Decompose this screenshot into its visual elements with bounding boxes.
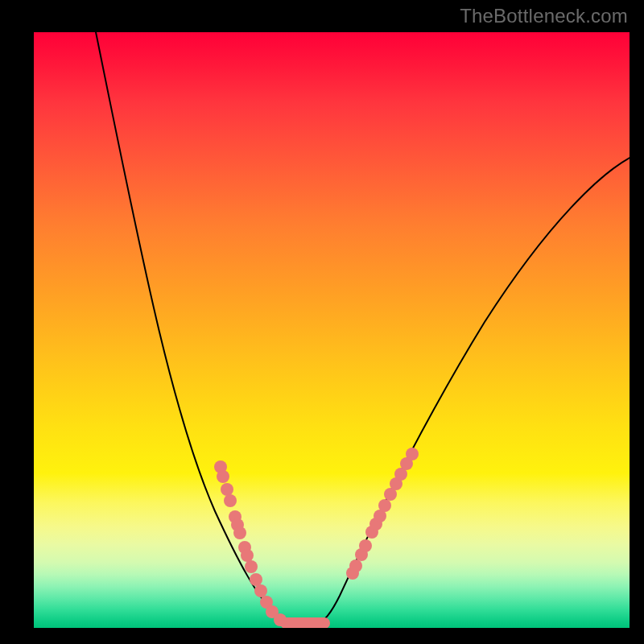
- bottleneck-curve: [94, 32, 630, 624]
- highlight-dot: [229, 510, 242, 523]
- highlight-dot: [238, 541, 251, 554]
- highlight-dot: [254, 584, 267, 597]
- highlight-dot: [349, 559, 362, 572]
- valley-highlight: [280, 617, 330, 628]
- chart-svg: [34, 32, 630, 628]
- highlight-dot: [369, 518, 382, 530]
- highlight-dot: [250, 573, 262, 586]
- highlight-dot: [224, 494, 237, 507]
- highlight-dot: [355, 548, 368, 561]
- watermark-text: TheBottleneck.com: [460, 5, 628, 27]
- highlight-dot: [231, 518, 244, 531]
- highlight-dot: [274, 613, 287, 626]
- highlight-dot: [359, 539, 372, 552]
- highlight-dot: [266, 605, 279, 618]
- highlight-dot: [245, 560, 258, 573]
- highlight-dot: [378, 499, 391, 512]
- highlight-dot: [217, 470, 229, 483]
- highlight-dots: [214, 448, 419, 626]
- highlight-dot: [374, 510, 386, 522]
- highlight-dot: [346, 567, 359, 580]
- plot-area: [34, 32, 630, 628]
- highlight-dot: [233, 526, 246, 539]
- highlight-dot: [214, 460, 227, 473]
- highlight-dot: [221, 483, 233, 496]
- chart-frame: TheBottleneck.com: [0, 0, 644, 644]
- highlight-dot: [260, 596, 273, 609]
- highlight-dot: [384, 488, 397, 501]
- highlight-dot: [241, 549, 254, 562]
- highlight-dot: [365, 526, 378, 539]
- highlight-dot: [400, 457, 413, 470]
- highlight-dot: [394, 468, 407, 481]
- highlight-dot: [390, 477, 402, 490]
- highlight-dot: [406, 448, 419, 460]
